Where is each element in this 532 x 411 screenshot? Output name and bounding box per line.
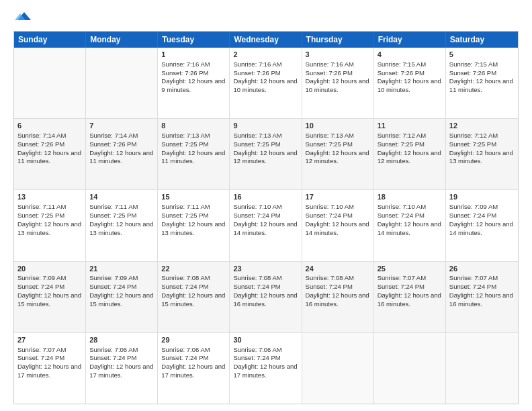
sunrise-text: Sunrise: 7:07 AM <box>17 346 66 353</box>
day-number: 30 <box>233 335 298 345</box>
daylight-text: Daylight: 12 hours and 17 minutes. <box>233 363 297 379</box>
day-cell-29: 29Sunrise: 7:06 AMSunset: 7:24 PMDayligh… <box>158 333 230 404</box>
sunset-text: Sunset: 7:26 PM <box>449 69 496 77</box>
sunset-text: Sunset: 7:26 PM <box>161 69 208 77</box>
sunrise-text: Sunrise: 7:10 AM <box>378 203 426 210</box>
logo <box>13 11 31 24</box>
day-cell-10: 10Sunrise: 7:13 AMSunset: 7:25 PMDayligh… <box>302 119 374 189</box>
calendar-row-0: 1Sunrise: 7:16 AMSunset: 7:26 PMDaylight… <box>14 48 518 118</box>
sunset-text: Sunset: 7:24 PM <box>233 212 280 219</box>
day-cell-13: 13Sunrise: 7:11 AMSunset: 7:25 PMDayligh… <box>14 190 86 261</box>
day-number: 17 <box>306 192 370 202</box>
daylight-text: Daylight: 12 hours and 14 minutes. <box>306 220 369 236</box>
day-cell-9: 9Sunrise: 7:13 AMSunset: 7:25 PMDaylight… <box>230 119 302 189</box>
calendar-row-1: 6Sunrise: 7:14 AMSunset: 7:26 PMDaylight… <box>14 118 518 189</box>
day-number: 26 <box>449 264 515 274</box>
sunset-text: Sunset: 7:26 PM <box>89 140 136 148</box>
day-number: 24 <box>306 264 370 274</box>
calendar-row-4: 27Sunrise: 7:07 AMSunset: 7:24 PMDayligh… <box>14 332 518 404</box>
daylight-text: Daylight: 12 hours and 10 minutes. <box>378 77 441 93</box>
daylight-text: Daylight: 12 hours and 11 minutes. <box>17 149 81 165</box>
day-number: 13 <box>17 192 82 202</box>
daylight-text: Daylight: 12 hours and 14 minutes. <box>233 220 297 236</box>
day-cell-12: 12Sunrise: 7:12 AMSunset: 7:25 PMDayligh… <box>446 119 518 189</box>
daylight-text: Daylight: 12 hours and 15 minutes. <box>17 291 81 308</box>
day-number: 5 <box>449 50 515 60</box>
day-number: 12 <box>449 121 515 131</box>
day-cell-14: 14Sunrise: 7:11 AMSunset: 7:25 PMDayligh… <box>86 190 158 261</box>
weekday-header-friday: Friday <box>374 32 446 48</box>
sunset-text: Sunset: 7:26 PM <box>17 140 64 148</box>
day-cell-8: 8Sunrise: 7:13 AMSunset: 7:25 PMDaylight… <box>158 119 230 189</box>
calendar-row-2: 13Sunrise: 7:11 AMSunset: 7:25 PMDayligh… <box>14 189 518 261</box>
empty-cell-4-6 <box>446 333 518 404</box>
sunset-text: Sunset: 7:25 PM <box>233 140 280 148</box>
day-cell-24: 24Sunrise: 7:08 AMSunset: 7:24 PMDayligh… <box>302 262 374 332</box>
sunset-text: Sunset: 7:26 PM <box>378 69 425 77</box>
daylight-text: Daylight: 12 hours and 16 minutes. <box>449 291 513 308</box>
day-number: 16 <box>233 192 298 202</box>
day-number: 14 <box>89 192 154 202</box>
day-number: 6 <box>17 121 82 131</box>
daylight-text: Daylight: 12 hours and 16 minutes. <box>306 291 369 308</box>
sunrise-text: Sunrise: 7:15 AM <box>378 60 426 68</box>
day-number: 2 <box>233 50 298 60</box>
sunrise-text: Sunrise: 7:08 AM <box>233 274 281 281</box>
day-cell-11: 11Sunrise: 7:12 AMSunset: 7:25 PMDayligh… <box>374 119 446 189</box>
day-number: 10 <box>306 121 370 131</box>
day-number: 8 <box>161 121 226 131</box>
calendar: SundayMondayTuesdayWednesdayThursdayFrid… <box>13 31 519 404</box>
day-cell-1: 1Sunrise: 7:16 AMSunset: 7:26 PMDaylight… <box>158 48 230 118</box>
logo-icon <box>15 8 31 24</box>
sunrise-text: Sunrise: 7:11 AM <box>17 203 66 210</box>
day-cell-25: 25Sunrise: 7:07 AMSunset: 7:24 PMDayligh… <box>374 262 446 332</box>
sunrise-text: Sunrise: 7:09 AM <box>17 274 66 281</box>
header <box>13 11 519 24</box>
weekday-header-sunday: Sunday <box>14 32 86 48</box>
daylight-text: Daylight: 12 hours and 12 minutes. <box>378 149 441 165</box>
daylight-text: Daylight: 12 hours and 9 minutes. <box>161 77 225 93</box>
day-cell-3: 3Sunrise: 7:16 AMSunset: 7:26 PMDaylight… <box>302 48 374 118</box>
day-cell-2: 2Sunrise: 7:16 AMSunset: 7:26 PMDaylight… <box>230 48 302 118</box>
sunrise-text: Sunrise: 7:10 AM <box>233 203 281 210</box>
day-cell-17: 17Sunrise: 7:10 AMSunset: 7:24 PMDayligh… <box>302 190 374 261</box>
sunrise-text: Sunrise: 7:07 AM <box>378 274 426 281</box>
day-number: 20 <box>17 264 82 274</box>
sunset-text: Sunset: 7:25 PM <box>89 212 136 219</box>
daylight-text: Daylight: 12 hours and 16 minutes. <box>378 291 441 308</box>
day-number: 19 <box>449 192 515 202</box>
sunrise-text: Sunrise: 7:11 AM <box>89 203 138 210</box>
day-cell-30: 30Sunrise: 7:06 AMSunset: 7:24 PMDayligh… <box>230 333 302 404</box>
sunrise-text: Sunrise: 7:08 AM <box>306 274 354 281</box>
sunset-text: Sunset: 7:24 PM <box>233 354 280 361</box>
day-cell-4: 4Sunrise: 7:15 AMSunset: 7:26 PMDaylight… <box>374 48 446 118</box>
day-cell-21: 21Sunrise: 7:09 AMSunset: 7:24 PMDayligh… <box>86 262 158 332</box>
sunset-text: Sunset: 7:24 PM <box>378 283 425 290</box>
daylight-text: Daylight: 12 hours and 12 minutes. <box>306 149 369 165</box>
sunrise-text: Sunrise: 7:15 AM <box>449 60 498 68</box>
day-cell-19: 19Sunrise: 7:09 AMSunset: 7:24 PMDayligh… <box>446 190 518 261</box>
sunrise-text: Sunrise: 7:06 AM <box>233 346 281 353</box>
daylight-text: Daylight: 12 hours and 15 minutes. <box>89 291 153 308</box>
sunrise-text: Sunrise: 7:09 AM <box>89 274 138 281</box>
daylight-text: Daylight: 12 hours and 10 minutes. <box>233 77 297 93</box>
sunrise-text: Sunrise: 7:12 AM <box>449 132 498 139</box>
day-cell-18: 18Sunrise: 7:10 AMSunset: 7:24 PMDayligh… <box>374 190 446 261</box>
day-number: 21 <box>89 264 154 274</box>
weekday-header-tuesday: Tuesday <box>158 32 230 48</box>
daylight-text: Daylight: 12 hours and 17 minutes. <box>17 363 81 379</box>
sunrise-text: Sunrise: 7:12 AM <box>378 132 426 139</box>
sunset-text: Sunset: 7:24 PM <box>17 283 64 290</box>
daylight-text: Daylight: 12 hours and 11 minutes. <box>161 149 225 165</box>
empty-cell-0-1 <box>86 48 158 118</box>
sunset-text: Sunset: 7:24 PM <box>449 283 496 290</box>
day-number: 27 <box>17 335 82 345</box>
sunset-text: Sunset: 7:25 PM <box>161 212 208 219</box>
day-number: 3 <box>306 50 370 60</box>
day-cell-6: 6Sunrise: 7:14 AMSunset: 7:26 PMDaylight… <box>14 119 86 189</box>
calendar-header: SundayMondayTuesdayWednesdayThursdayFrid… <box>14 32 518 48</box>
daylight-text: Daylight: 12 hours and 14 minutes. <box>378 220 441 236</box>
sunset-text: Sunset: 7:25 PM <box>161 140 208 148</box>
sunrise-text: Sunrise: 7:06 AM <box>89 346 138 353</box>
empty-cell-0-0 <box>14 48 86 118</box>
